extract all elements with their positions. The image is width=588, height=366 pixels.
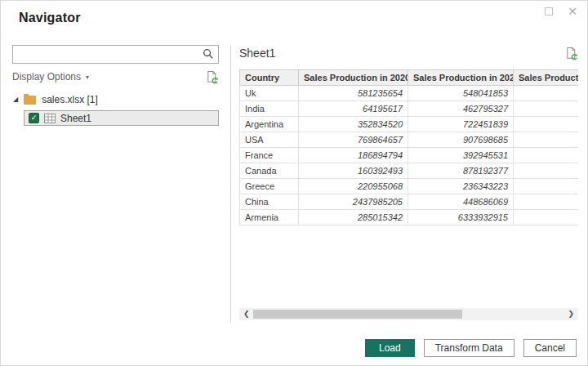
- search-box[interactable]: [12, 45, 219, 64]
- preview-header: Sheet1: [239, 47, 578, 66]
- transform-data-button[interactable]: Transform Data: [424, 339, 514, 357]
- preview-table: Country Sales Production in 2020 Sales P…: [239, 69, 578, 225]
- col-header-2022: Sales Production: [514, 70, 579, 86]
- cell-2020: 64195617: [299, 101, 408, 117]
- close-icon[interactable]: ✕: [568, 7, 577, 16]
- preview-panel: Sheet1 Country Sales Production in 2020 …: [239, 47, 578, 225]
- cell-empty: [514, 117, 579, 132]
- table-row: Uk 581235654 548041853: [240, 86, 579, 101]
- cell-empty: [514, 179, 579, 194]
- cell-empty: [514, 101, 579, 117]
- cell-2020: 769864657: [299, 132, 408, 148]
- col-header-2021: Sales Production in 2021: [408, 70, 514, 86]
- col-header-country: Country: [240, 70, 299, 86]
- load-button[interactable]: Load: [365, 339, 415, 357]
- cell-2021: 236343223: [408, 179, 514, 194]
- cell-2021: 722451839: [408, 117, 514, 132]
- table-row: Greece 220955068 236343223: [240, 179, 579, 194]
- preview-title: Sheet1: [239, 47, 275, 60]
- cancel-button[interactable]: Cancel: [523, 339, 577, 357]
- cell-2020: 186894794: [299, 148, 408, 163]
- expander-icon[interactable]: ◢: [13, 96, 18, 103]
- cell-empty: [514, 210, 579, 225]
- cell-2021: 878192377: [408, 163, 514, 179]
- cell-country: China: [240, 194, 299, 210]
- display-options-dropdown[interactable]: Display Options ▾: [12, 71, 89, 83]
- cell-2020: 2437985205: [299, 194, 408, 210]
- cell-2021: 448686069: [408, 194, 514, 210]
- cell-2021: 462795327: [408, 101, 514, 117]
- window-controls: ✕: [545, 7, 577, 16]
- col-header-2020: Sales Production in 2020: [299, 70, 408, 86]
- scroll-left-icon[interactable]: ❮: [243, 310, 250, 319]
- cell-country: Uk: [240, 86, 299, 101]
- table-row: Armenia 285015342 6333932915: [240, 210, 579, 225]
- navigation-tree: ◢ sales.xlsx [1] ✓ Sheet1: [12, 92, 219, 126]
- worksheet-icon: [44, 114, 56, 123]
- sheet1-label: Sheet1: [60, 113, 91, 124]
- cell-country: USA: [240, 132, 299, 148]
- cell-country: Argentina: [240, 117, 299, 132]
- search-icon[interactable]: [203, 48, 214, 60]
- table-header-row: Country Sales Production in 2020 Sales P…: [240, 70, 579, 86]
- chevron-down-icon: ▾: [86, 74, 89, 81]
- maximize-icon[interactable]: [545, 7, 553, 16]
- cell-country: Greece: [240, 179, 299, 194]
- cell-2020: 220955068: [299, 179, 408, 194]
- preview-table-wrapper: Country Sales Production in 2020 Sales P…: [239, 69, 578, 225]
- refresh-data-icon[interactable]: [564, 47, 578, 60]
- cell-2020: 285015342: [299, 210, 408, 225]
- horizontal-scrollbar[interactable]: ❮ ❯: [239, 308, 578, 320]
- cell-empty: [514, 86, 579, 101]
- table-row: Canada 160392493 878192377: [240, 163, 579, 179]
- display-options-row: Display Options ▾: [12, 69, 219, 84]
- table-row: Argentina 352834520 722451839: [240, 117, 579, 132]
- cell-country: Canada: [240, 163, 299, 179]
- left-panel: Display Options ▾ ◢ sales.xlsx [1] ✓: [12, 45, 219, 126]
- cell-2020: 352834520: [299, 117, 408, 132]
- tree-item-sheet1[interactable]: ✓ Sheet1: [24, 110, 219, 126]
- cell-2021: 392945531: [408, 148, 514, 163]
- table-row: USA 769864657 907698685: [240, 132, 579, 148]
- footer-buttons: Load Transform Data Cancel: [365, 339, 577, 357]
- cell-country: France: [240, 148, 299, 163]
- cell-2021: 548041853: [408, 86, 514, 101]
- table-row: China 2437985205 448686069: [240, 194, 579, 210]
- scroll-right-icon[interactable]: ❯: [568, 310, 574, 319]
- cell-empty: [514, 148, 579, 163]
- cell-2021: 6333932915: [408, 210, 514, 225]
- tree-item-workbook[interactable]: ◢ sales.xlsx [1]: [12, 92, 219, 107]
- scrollbar-thumb[interactable]: [253, 310, 462, 319]
- panel-divider: [230, 46, 231, 324]
- cell-country: Armenia: [240, 210, 299, 225]
- cell-2021: 907698685: [408, 132, 514, 148]
- navigator-dialog: Navigator ✕ Display Options ▾: [0, 0, 588, 366]
- cell-empty: [514, 163, 579, 179]
- sheet1-checkbox[interactable]: ✓: [29, 113, 39, 123]
- folder-icon: [24, 96, 36, 105]
- display-options-label: Display Options: [12, 71, 81, 83]
- cell-country: India: [240, 101, 299, 117]
- dialog-title: Navigator: [19, 11, 81, 25]
- cell-empty: [514, 132, 579, 148]
- search-input[interactable]: [13, 46, 218, 63]
- cell-2020: 160392493: [299, 163, 408, 179]
- table-row: India 64195617 462795327: [240, 101, 579, 117]
- cell-2020: 581235654: [299, 86, 408, 101]
- cell-empty: [514, 194, 579, 210]
- workbook-label: sales.xlsx [1]: [42, 94, 98, 105]
- table-row: France 186894794 392945531: [240, 148, 579, 163]
- refresh-preview-icon[interactable]: [205, 70, 219, 84]
